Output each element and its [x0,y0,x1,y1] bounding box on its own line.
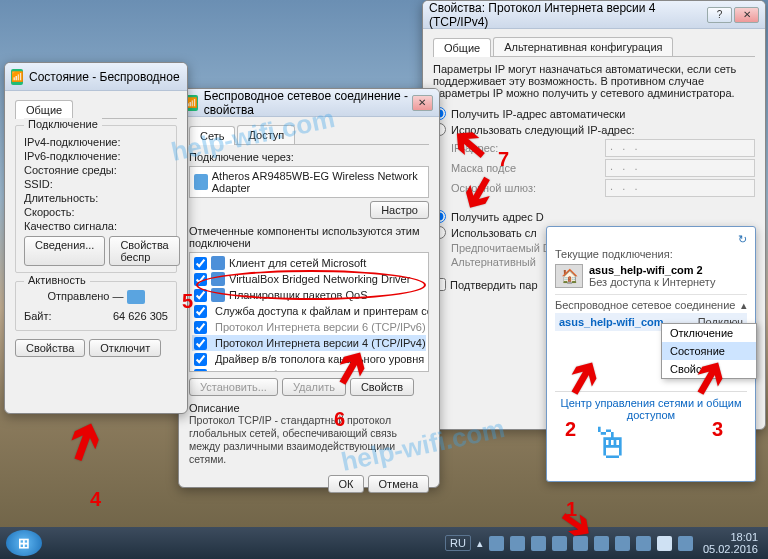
ip-field: . . . [605,139,755,157]
taskbar: ⊞ RU ▴ 18:01 05.02.2016 [0,527,768,559]
current-network-name: asus_help-wifi_com 2 [589,264,716,276]
clock-time: 18:01 [703,531,758,543]
tray-network-icon[interactable] [657,536,672,551]
tab-sharing[interactable]: Доступ [237,125,295,144]
tray-icon[interactable] [489,536,504,551]
tray-icon[interactable] [510,536,525,551]
component-label: VirtualBox Bridged Networking Driver [229,273,410,285]
tcpip-intro: Параметры IP могут назначаться автоматич… [433,63,755,99]
label-speed: Скорость: [24,206,75,218]
disable-button[interactable]: Отключит [89,339,161,357]
desc-label: Описание [189,402,429,414]
current-network-state: Без доступа к Интернету [589,276,716,288]
label-manual-dns: Использовать сл [451,227,537,239]
connection-properties-window: 📶 Беспроводное сетевое соединение - свой… [178,88,440,488]
sent-label: Отправлено — [47,290,123,302]
num-4: 4 [90,488,101,511]
ctx-status[interactable]: Состояние [662,342,756,360]
configure-button[interactable]: Настро [370,201,429,219]
props-title: Беспроводное сетевое соединение - свойст… [204,89,410,117]
chk-item-4[interactable] [194,321,207,334]
tray-icon[interactable] [594,536,609,551]
chk-item-6[interactable] [194,353,207,366]
label-gateway: Основной шлюз: [451,182,536,194]
wifi-props-button[interactable]: Свойства беспр [109,236,179,266]
ctx-disconnect[interactable]: Отключение [662,324,756,342]
gateway-field: . . . [605,179,755,197]
arrow-4: ➔ [49,411,118,470]
label-ipv6: IPv6-подключение: [24,150,121,162]
close-button[interactable]: ✕ [734,7,759,23]
tray-icon[interactable] [552,536,567,551]
tray-icon[interactable] [615,536,630,551]
label-signal: Качество сигнала: [24,220,117,232]
ctx-properties[interactable]: Свойс [662,360,756,378]
label-auto-ip: Получить IP-адрес автоматически [451,108,625,120]
label-validate: Подтвердить пар [450,279,538,291]
num-1: 1 [566,498,577,521]
label-ssid: SSID: [24,178,53,190]
clock-date: 05.02.2016 [703,543,758,555]
tab-general[interactable]: Общие [15,100,73,119]
desc-text: Протокол TCP/IP - стандартный протокол г… [189,414,429,467]
label-ipv4: IPv4-подключение: [24,136,121,148]
component-label: Служба доступа к файлам и принтерам сете… [215,305,429,317]
tab-altconfig[interactable]: Альтернативная конфигурация [493,37,673,56]
network-center-link[interactable]: Центр управления сетями и общим доступом [555,391,747,421]
help-button[interactable]: ? [707,7,732,23]
label-dns2: Альтернативный [451,256,536,268]
component-label: Протокол Интернета версии 4 (TCP/IPv4) [215,337,426,349]
adapter-icon [194,174,208,190]
properties-button[interactable]: Свойства [15,339,85,357]
status-titlebar: 📶 Состояние - Беспроводное сетевое соеди… [5,63,187,91]
install-button[interactable]: Установить... [189,378,278,396]
network-flyout: ↻ Текущие подключения: 🏠 asus_help-wifi_… [546,226,756,482]
tray-up-icon[interactable]: ▴ [477,537,483,550]
item-properties-button[interactable]: Свойств [350,378,414,396]
lang-indicator[interactable]: RU [445,535,471,551]
chk-item-1[interactable] [194,273,207,286]
cancel-button[interactable]: Отмена [368,475,429,493]
label-manual-ip: Использовать следующий IP-адрес: [451,124,635,136]
chk-item-3[interactable] [194,305,207,318]
tray-sound-icon[interactable] [678,536,693,551]
mask-field: . . . [605,159,755,177]
wireless-section-label: Беспроводное сетевое соединение [555,299,735,311]
label-bytes: Байт: [24,310,52,322]
tray-icon[interactable] [573,536,588,551]
tab-network[interactable]: Сеть [189,126,235,145]
tray-icon[interactable] [531,536,546,551]
start-button[interactable]: ⊞ [6,530,42,556]
component-label: Клиент для сетей Microsoft [229,257,366,269]
clock[interactable]: 18:01 05.02.2016 [699,531,762,555]
context-menu: Отключение Состояние Свойс [661,323,757,379]
activity-icon [127,290,145,304]
tcpip-title: Свойства: Протокол Интернета версии 4 (T… [429,1,705,29]
system-tray: RU ▴ 18:01 05.02.2016 [445,531,762,555]
component-label: Драйвер в/в тополога канального уровня [215,353,424,365]
close-button[interactable]: ✕ [412,95,433,111]
group-connection: Подключение [24,118,102,130]
components-list[interactable]: Клиент для сетей Microsoft VirtualBox Br… [189,252,429,372]
label-dns1: Предпочитаемый D [451,242,551,254]
chk-item-2[interactable] [194,289,207,302]
details-button[interactable]: Сведения... [24,236,105,266]
tray-icon[interactable] [636,536,651,551]
chk-item-0[interactable] [194,257,207,270]
chk-item-7[interactable] [194,369,207,373]
props-titlebar: 📶 Беспроводное сетевое соединение - свой… [179,89,439,117]
signal-icon: 📶 [11,69,23,85]
ok-button[interactable]: ОК [328,475,365,493]
status-title: Состояние - Беспроводное сетевое соедине… [29,70,181,84]
refresh-icon[interactable]: ↻ [555,233,747,246]
component-label: Планировщик пакетов QoS [229,289,368,301]
chk-item-5[interactable] [194,337,207,350]
label-duration: Длительность: [24,192,98,204]
label-ip: IP-адрес: [451,142,498,154]
component-icon [211,256,225,270]
flyout-heading: Текущие подключения: [555,248,747,260]
tab-general[interactable]: Общие [433,38,491,57]
home-network-icon: 🏠 [555,264,583,288]
uninstall-button[interactable]: Удалить [282,378,346,396]
mouse-icon: 🖱 [590,420,632,468]
